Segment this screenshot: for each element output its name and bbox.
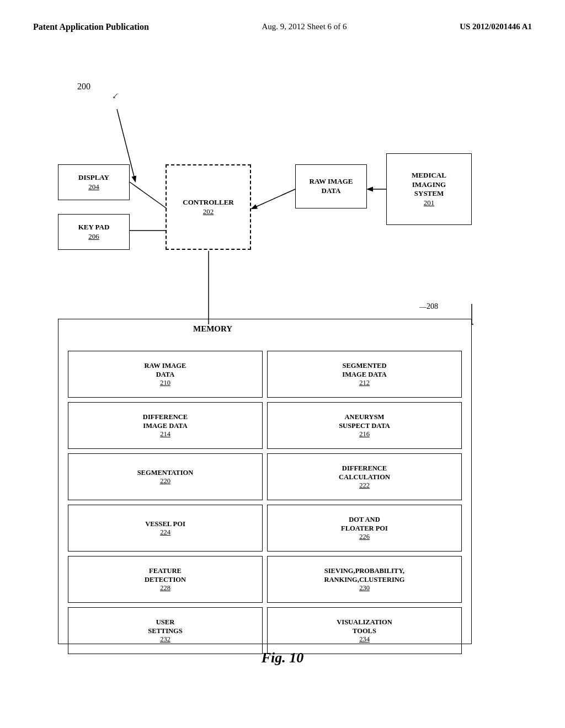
diagram-area: 200 ↓ DISPLAY 204 KEY PAD 206 CONTROLLER… bbox=[0, 49, 565, 683]
figure-caption: Fig. 10 bbox=[0, 650, 565, 666]
mem-raw-image-data: RAW IMAGEDATA 210 bbox=[68, 351, 263, 398]
svg-line-4 bbox=[252, 189, 295, 208]
memory-label-208: —208 bbox=[419, 302, 438, 311]
header-publication: Patent Application Publication bbox=[33, 22, 149, 32]
mem-user-settings: USERSETTINGS 232 bbox=[68, 607, 263, 654]
mem-aneurysm-suspect-data: ANEURYSMSUSPECT DATA 216 bbox=[267, 402, 462, 449]
header-patent-number: US 2012/0201446 A1 bbox=[460, 22, 532, 31]
box-raw-image-top: RAW IMAGEDATA bbox=[295, 164, 367, 208]
mem-segmented-image-data: SEGMENTEDIMAGE DATA 212 bbox=[267, 351, 462, 398]
page-header: Patent Application Publication Aug. 9, 2… bbox=[0, 0, 565, 43]
mem-sieving-probability: SIEVING,PROBABILITY,RANKING,CLUSTERING 2… bbox=[267, 556, 462, 603]
mem-difference-calculation: DIFFERENCECALCULATION 222 bbox=[267, 453, 462, 500]
mem-difference-image-data: DIFFERENCEIMAGE DATA 214 bbox=[68, 402, 263, 449]
label-200: 200 bbox=[77, 82, 90, 92]
box-keypad: KEY PAD 206 bbox=[58, 214, 130, 250]
mem-feature-detection: FEATUREDETECTION 228 bbox=[68, 556, 263, 603]
memory-grid: RAW IMAGEDATA 210 SEGMENTEDIMAGE DATA 21… bbox=[63, 346, 466, 659]
box-display: DISPLAY 204 bbox=[58, 164, 130, 200]
mem-segmentation: SEGMENTATION 220 bbox=[68, 453, 263, 500]
header-date-sheet: Aug. 9, 2012 Sheet 6 of 6 bbox=[262, 22, 347, 31]
mem-visualization-tools: VISUALIZATIONTOOLS 234 bbox=[267, 607, 462, 654]
box-controller: CONTROLLER 202 bbox=[166, 164, 251, 250]
mem-vessel-poi: VESSEL POI 224 bbox=[68, 505, 263, 552]
svg-line-1 bbox=[130, 182, 167, 208]
arrow-200: ↓ bbox=[110, 90, 121, 102]
mem-dot-floater-poi: DOT ANDFLOATER POI 226 bbox=[267, 505, 462, 552]
box-medical-imaging: MEDICALIMAGINGSYSTEM 201 bbox=[386, 153, 472, 225]
